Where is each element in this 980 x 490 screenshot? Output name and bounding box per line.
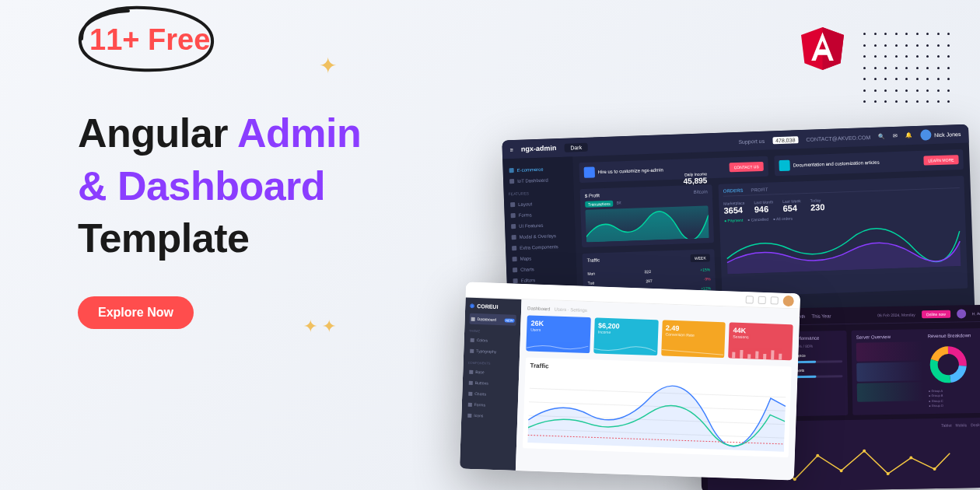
area-chart [585,205,709,242]
coreui-mockup: ◉COREUI DashboardNEW THEME Colors Typogr… [460,282,800,481]
title-part1: Angular [78,110,237,156]
contact-email: CONTACT@AKVEO.COM [806,135,870,142]
headline-block: 11+ Free ✦ Angular Admin & Dashboard Tem… [78,16,498,329]
hamburger-icon: ≡ [510,147,513,152]
doc-icon [584,166,595,177]
title-part2: Admin [237,110,361,156]
orders-panel: ORDERSPROFIT Marketplace3654 Last Month9… [718,176,968,297]
badge-wrap: 11+ Free ✦ [78,16,222,65]
contact-button: CONTACT US [729,162,763,173]
core-main: Dashboard Users · Settings 26KUsers $6,2… [516,299,800,480]
svg-rect-7 [771,350,774,359]
theme-selector: Dark [564,142,588,152]
star-count: 478,038 [772,136,799,144]
decorative-dot-grid [863,33,957,110]
bell-icon [746,296,754,303]
user-profile: Nick Jones [920,128,961,141]
stat-tile: 44KSessions [728,322,793,360]
dashboard-mockups: ≡ ngx-admin Dark Support us 478,038 CONT… [436,132,980,490]
learn-button: LEARN MORE [923,155,958,166]
core-sidebar: ◉COREUI DashboardNEW THEME Colors Typogr… [460,298,522,471]
features-label: FEATURES [509,190,569,197]
mail-icon: ✉ [893,133,898,139]
promo-docs: Documentation and customization articles… [774,149,964,176]
main-title: Angular Admin & Dashboard Template [78,107,498,265]
sparkle-icon: ✦ ✦ [303,317,336,337]
hand-drawn-circle [58,0,226,78]
avatar [957,309,966,318]
sidebar-item: Typography [468,345,515,358]
profit-panel: $ ProfitBitcoin TransactionsBit Daily In… [580,184,715,247]
svg-rect-2 [732,352,735,359]
traffic-panel: Traffic [523,357,792,457]
title-part4: Template [78,215,249,261]
wave-chart [724,219,962,275]
stat-tile: 2.49Conversion Rate [661,320,726,358]
svg-rect-8 [779,354,782,360]
sidebar-iot: IoT Dashboard [508,174,569,187]
ngx-brand: ngx-admin [521,144,557,153]
avatar [920,129,931,140]
explore-now-button[interactable]: Explore Now [78,296,194,329]
revenue-donut [928,344,969,385]
stat-tile: $6,200Income [593,317,658,355]
mail-icon [771,296,779,304]
doc-icon [779,160,789,171]
server-overview-panel: Server Overview Revenue Breakdown [851,328,980,415]
mini-chart [856,362,923,381]
search-icon: 🔍 [878,133,885,139]
stat-tile: 26KUsers [526,315,590,353]
promo-hire: Hire us to customize ngx-admin CONTACT U… [579,156,768,183]
date-label: 06 Feb 2024, Monday [877,312,915,317]
support-label: Support us [738,138,765,144]
avatar [782,295,793,306]
sidebar-item: Icons [466,410,513,422]
mini-chart [856,341,923,361]
svg-rect-3 [740,350,743,359]
sparkle-icon: ✦ [319,53,337,79]
svg-rect-4 [747,354,751,359]
list-icon [758,296,766,303]
traffic-chart [527,374,786,453]
coreui-brand: ◉COREUI [470,303,516,310]
angular-logo [801,27,844,72]
bell-icon: 🔔 [905,132,912,138]
mini-chart [857,382,924,401]
svg-rect-6 [763,354,766,359]
status-badge: Online now [922,310,950,318]
svg-rect-5 [755,352,758,359]
title-part3: & Dashboard [78,163,325,208]
sidebar-dashboard: DashboardNEW [469,313,516,326]
